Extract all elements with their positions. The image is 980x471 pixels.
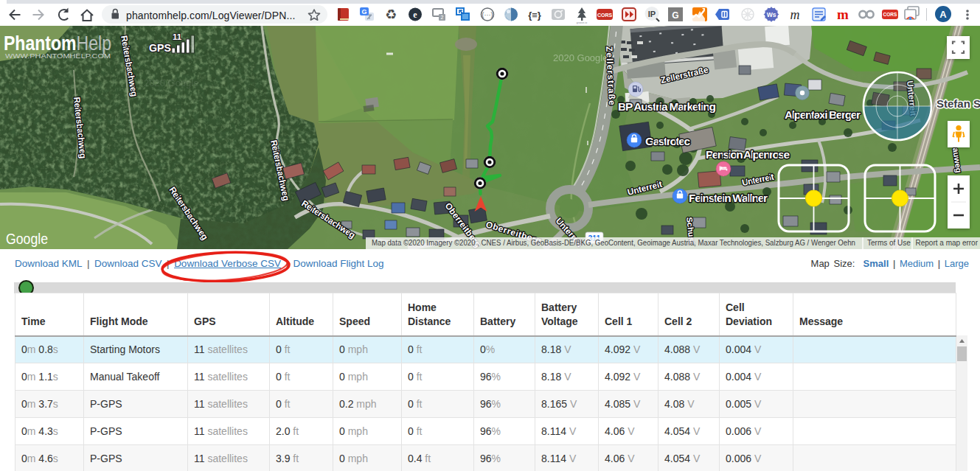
svg-text:G: G bbox=[361, 8, 366, 15]
svg-text:{≡}: {≡} bbox=[528, 10, 541, 21]
svg-text:Map data ©2020 Imagery ©2020 ,: Map data ©2020 Imagery ©2020 , CNES / Ai… bbox=[372, 239, 855, 247]
svg-text:2020 Google: 2020 Google bbox=[144, 77, 198, 88]
svg-text:Google: Google bbox=[6, 231, 48, 247]
svg-text:PhantomHelp: PhantomHelp bbox=[4, 32, 111, 55]
svg-text:Terms of Use: Terms of Use bbox=[867, 239, 911, 247]
svg-text:CORS: CORS bbox=[883, 12, 897, 17]
svg-text:Pension Alpenrose: Pension Alpenrose bbox=[706, 148, 790, 161]
svg-text:Stefan Sch: Stefan Sch bbox=[936, 97, 980, 110]
svg-text:WWW.PHANTOMHELP.COM: WWW.PHANTOMHELP.COM bbox=[5, 52, 111, 60]
svg-text:Report a map error: Report a map error bbox=[916, 239, 979, 247]
svg-text:m: m bbox=[790, 7, 800, 22]
svg-text:BP Austria Marketing: BP Austria Marketing bbox=[618, 100, 716, 113]
svg-text:Ws: Ws bbox=[767, 11, 776, 18]
svg-text:Alpentaxi Berger: Alpentaxi Berger bbox=[785, 108, 861, 121]
svg-text:2020 Google: 2020 Google bbox=[553, 52, 608, 63]
svg-text:11: 11 bbox=[173, 32, 182, 41]
svg-text:2: 2 bbox=[441, 15, 444, 20]
svg-text:groove.io: groove.io bbox=[577, 21, 587, 24]
svg-text:♻: ♻ bbox=[385, 7, 397, 22]
svg-text:IP: IP bbox=[648, 10, 656, 18]
svg-text:(···): (···) bbox=[482, 11, 493, 18]
svg-text:G: G bbox=[672, 10, 678, 21]
svg-text:CORS: CORS bbox=[597, 13, 613, 18]
svg-text:GPS: GPS bbox=[149, 41, 171, 54]
svg-text:Gastrotec: Gastrotec bbox=[645, 135, 690, 147]
svg-text:Feinstein Wallner: Feinstein Wallner bbox=[689, 192, 768, 204]
svg-text:e: e bbox=[413, 10, 417, 20]
svg-text:m: m bbox=[837, 7, 849, 22]
